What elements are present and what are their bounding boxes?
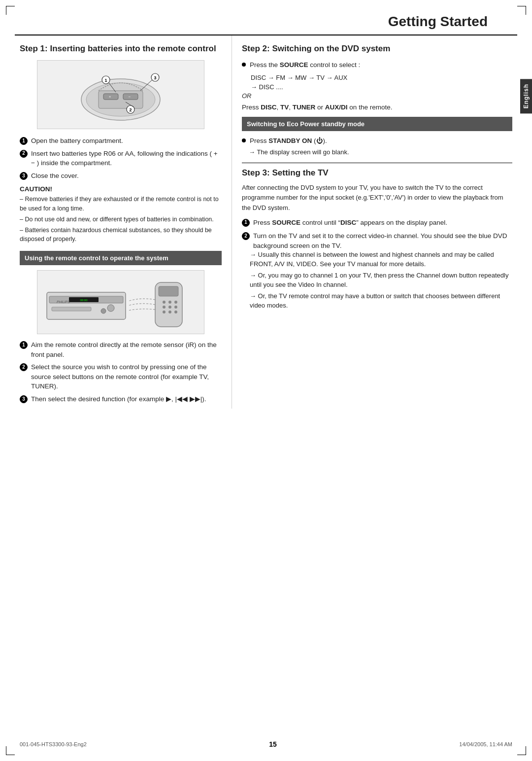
eco-standby-box: Switching to Eco Power standby mode bbox=[242, 117, 512, 131]
page-title: Getting Started bbox=[15, 0, 517, 35]
svg-text:2: 2 bbox=[129, 107, 132, 112]
svg-point-26 bbox=[163, 301, 166, 304]
step1-text-2: Insert two batteries type R06 or AA, fol… bbox=[31, 149, 222, 168]
remote-illustration: 00:00 PHILIPS bbox=[42, 273, 200, 332]
step2-or: OR bbox=[242, 92, 512, 100]
step3-list: 1 Press SOURCE control until “DISC” appe… bbox=[242, 218, 512, 312]
remote-op-text-1: Aim the remote control directly at the r… bbox=[31, 340, 222, 359]
step3-label: Step 3: bbox=[242, 168, 270, 177]
svg-text:−: − bbox=[129, 95, 131, 99]
step1-subheading: Inserting batteries into the remote cont… bbox=[50, 44, 216, 53]
caution-item-2: – Do not use old and new, or different t… bbox=[20, 215, 222, 224]
step3-item-1: 1 Press SOURCE control until “DISC” appe… bbox=[242, 218, 512, 228]
caution-item-1: – Remove batteries if they are exhausted… bbox=[20, 195, 222, 213]
main-content: Step 1: Inserting batteries into the rem… bbox=[0, 35, 532, 409]
remote-op-item-2: 2 Select the source you wish to control … bbox=[20, 362, 222, 391]
corner-mark-tr bbox=[517, 6, 526, 15]
step1-heading: Step 1: Inserting batteries into the rem… bbox=[20, 43, 222, 54]
step1-item-1: 1 Open the battery compartment. bbox=[20, 136, 222, 146]
step3-item1-content: Press SOURCE control until “DISC” appear… bbox=[253, 218, 447, 228]
step3-section: Step 3: Setting the TV After connecting … bbox=[242, 168, 512, 312]
footer-page-number: 15 bbox=[269, 740, 277, 748]
svg-point-34 bbox=[174, 311, 177, 313]
remote-op-item-1: 1 Aim the remote control directly at the… bbox=[20, 340, 222, 359]
remote-op-num-2: 2 bbox=[20, 363, 28, 371]
battery-illustration: + − 1 2 3 bbox=[47, 65, 195, 124]
step3-text-2: Turn on the TV and set it to the correct… bbox=[253, 231, 512, 250]
footer-doc-code: 001-045-HTS3300-93-Eng2 bbox=[20, 741, 87, 747]
page-footer: 001-045-HTS3300-93-Eng2 15 14/04/2005, 1… bbox=[20, 740, 512, 748]
right-column: Step 2: Switching on the DVD system Pres… bbox=[232, 35, 512, 409]
left-column: Step 1: Inserting batteries into the rem… bbox=[20, 35, 232, 409]
svg-rect-22 bbox=[52, 307, 91, 311]
remote-op-item-3: 3 Then select the desired function (for … bbox=[20, 394, 222, 404]
step3-arrow-2: → Or, you may go to channel 1 on your TV… bbox=[242, 271, 512, 290]
footer-date: 14/04/2005, 11:44 AM bbox=[459, 741, 512, 747]
step3-heading: Step 3: Setting the TV bbox=[242, 168, 512, 178]
step3-arrow-1: → Usually this channel is between the lo… bbox=[242, 250, 512, 269]
step1-num-2: 2 bbox=[20, 150, 28, 158]
step1-num-3: 3 bbox=[20, 172, 28, 180]
step3-subheading: Setting the TV bbox=[272, 168, 328, 177]
svg-text:1: 1 bbox=[104, 78, 107, 83]
step2-subheading: Switching on the DVD system bbox=[272, 44, 390, 53]
battery-image: + − 1 2 3 bbox=[37, 60, 204, 129]
step1-list: 1 Open the battery compartment. 2 Insert… bbox=[20, 136, 222, 180]
step2-heading: Step 2: Switching on the DVD system bbox=[242, 43, 512, 54]
step2-display-blank: → The display screen will go blank. bbox=[242, 148, 512, 156]
caution-title: CAUTION! bbox=[20, 185, 222, 193]
step1-item-2: 2 Insert two batteries type R06 or AA, f… bbox=[20, 149, 222, 168]
step1-num-1: 1 bbox=[20, 137, 28, 145]
corner-mark-tl bbox=[6, 6, 15, 15]
svg-point-32 bbox=[163, 311, 166, 313]
remote-image: 00:00 PHILIPS bbox=[37, 270, 204, 334]
bullet-dot-2 bbox=[242, 138, 246, 142]
step-divider bbox=[242, 163, 512, 163]
svg-text:00:00: 00:00 bbox=[80, 299, 88, 302]
step3-item-2: 2 Turn on the TV and set it to the corre… bbox=[242, 231, 512, 312]
step1-text-3: Close the cover. bbox=[31, 171, 79, 181]
language-tab: English bbox=[520, 79, 532, 113]
step2-standby-list: Press STANDBY ON (⏻). bbox=[242, 136, 512, 146]
remote-op-num-1: 1 bbox=[20, 341, 28, 349]
svg-text:+: + bbox=[109, 95, 111, 99]
step3-num-2: 2 bbox=[242, 232, 250, 240]
remote-op-text-3: Then select the desired function (for ex… bbox=[31, 394, 206, 404]
step1-label: Step 1: bbox=[20, 44, 48, 53]
step3-num-1: 1 bbox=[242, 219, 250, 227]
using-remote-box: Using the remote control to operate the … bbox=[20, 251, 222, 265]
svg-text:PHILIPS: PHILIPS bbox=[57, 300, 70, 304]
caution-item-3: – Batteries contain hazardous chemical s… bbox=[20, 226, 222, 244]
svg-point-21 bbox=[101, 309, 106, 313]
step2-source-item: Press the SOURCE control to select : bbox=[242, 60, 512, 70]
svg-rect-25 bbox=[159, 286, 178, 296]
bullet-dot-1 bbox=[242, 63, 246, 67]
svg-point-27 bbox=[168, 301, 171, 304]
step2-label: Step 2: bbox=[242, 44, 270, 53]
step3-body-text: After connecting the DVD system to your … bbox=[242, 183, 512, 212]
corner-mark-bl bbox=[6, 746, 15, 755]
remote-op-text-2: Select the source you wish to control by… bbox=[31, 362, 222, 391]
caution-box: CAUTION! – Remove batteries if they are … bbox=[20, 185, 222, 244]
step3-item2-main: 2 Turn on the TV and set it to the corre… bbox=[242, 231, 512, 250]
svg-point-29 bbox=[163, 306, 166, 309]
step2-press-disc: Press DISC, TV, TUNER or AUX/DI on the r… bbox=[242, 104, 512, 111]
step2-section: Step 2: Switching on the DVD system Pres… bbox=[242, 43, 512, 156]
svg-point-33 bbox=[168, 311, 171, 313]
caution-text: – Remove batteries if they are exhausted… bbox=[20, 195, 222, 244]
remote-op-list: 1 Aim the remote control directly at the… bbox=[20, 340, 222, 404]
step1-text-1: Open the battery compartment. bbox=[31, 136, 123, 146]
step2-source-text: Press the SOURCE control to select : bbox=[250, 60, 360, 70]
svg-point-20 bbox=[107, 305, 114, 311]
step1-item-3: 3 Close the cover. bbox=[20, 171, 222, 181]
remote-op-num-3: 3 bbox=[20, 395, 28, 403]
step2-disc-chain: DISC → FM → MW → TV → AUX→ DISC .... bbox=[251, 73, 512, 92]
step2-standby-text: Press STANDBY ON (⏻). bbox=[250, 136, 327, 146]
svg-point-28 bbox=[174, 301, 177, 304]
step2-source-list: Press the SOURCE control to select : bbox=[242, 60, 512, 70]
corner-mark-br bbox=[517, 746, 526, 755]
step3-text-1: Press SOURCE control until “DISC” appear… bbox=[253, 219, 447, 226]
svg-point-30 bbox=[168, 306, 171, 309]
svg-text:3: 3 bbox=[154, 75, 156, 80]
svg-point-31 bbox=[174, 306, 177, 309]
